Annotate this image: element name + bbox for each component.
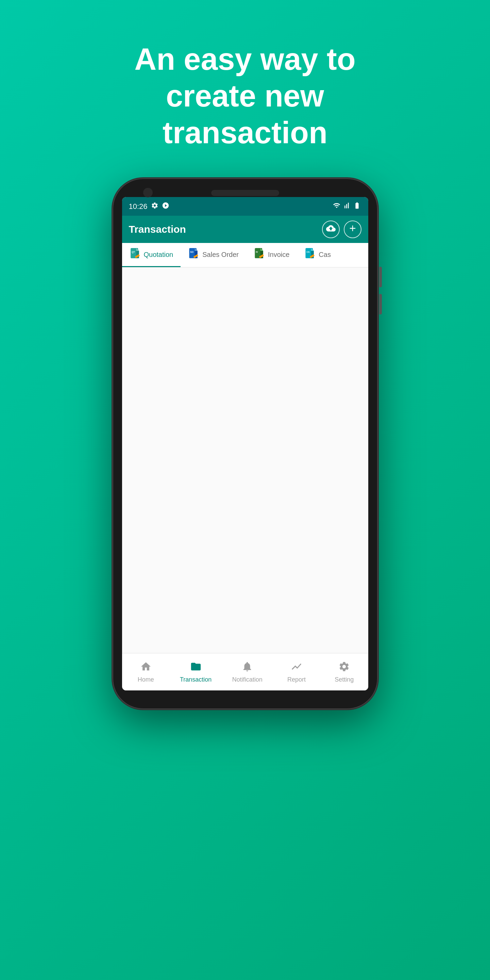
nav-transaction-label: Transaction [180,676,211,683]
battery-icon [353,202,362,211]
phone-screen: 10:26 [122,197,368,690]
signal-icon [343,202,350,211]
status-time: 10:26 [129,202,147,211]
nav-item-home[interactable]: Home [132,661,160,683]
tab-sales-order-label: Sales Order [202,251,239,259]
app-bar-actions [322,221,362,238]
volume-up-button [379,267,382,287]
add-icon [348,224,357,235]
phone-speaker [211,190,279,196]
hero-title: An easy way to create new transaction [92,41,398,151]
bottom-nav: Home Transaction Notificat [122,653,368,690]
status-bar: 10:26 [122,197,368,216]
upload-button[interactable] [322,221,340,238]
svg-text:SO: SO [190,251,193,253]
svg-text:QT: QT [132,251,135,253]
nav-item-setting[interactable]: Setting [330,661,358,683]
gear-icon [151,202,159,211]
tab-cash-sale-label: Cas [319,251,331,259]
sales-order-doc-icon: SO [188,248,200,261]
tab-quotation[interactable]: QT Quotation [122,243,181,267]
tab-invoice[interactable]: IV Invoice [246,243,297,267]
phone-camera [143,188,153,197]
app-bar: Transaction [122,216,368,243]
tab-cash-sale[interactable]: CS Cas [297,243,331,267]
tab-invoice-label: Invoice [268,251,289,259]
setting-icon [338,661,350,674]
quotation-doc-icon: QT [130,248,141,261]
hero-section: An easy way to create new transaction [92,41,398,151]
phone-shell: 10:26 [113,178,378,709]
content-area [122,267,368,653]
upload-icon [326,224,336,235]
status-left: 10:26 [129,202,169,211]
invoice-doc-icon: IV [254,248,265,261]
nav-item-transaction[interactable]: Transaction [180,661,211,683]
notification-icon [241,661,253,674]
tab-quotation-label: Quotation [144,251,173,259]
transaction-icon [190,661,201,674]
add-button[interactable] [344,221,362,238]
tabs-bar: QT Quotation SO Sales Order [122,243,368,267]
nav-setting-label: Setting [335,676,354,683]
refresh-icon [162,202,169,211]
nav-report-label: Report [287,676,306,683]
nav-home-label: Home [138,676,154,683]
nav-item-report[interactable]: Report [283,661,310,683]
svg-text:IV: IV [256,251,258,253]
report-icon [291,661,302,674]
home-icon [140,661,152,674]
cash-sale-doc-icon: CS [304,248,316,261]
svg-text:CS: CS [306,251,310,253]
app-bar-title: Transaction [129,224,186,235]
phone-mockup: 10:26 [113,178,378,709]
nav-item-notification[interactable]: Notification [232,661,263,683]
wifi-icon [333,202,340,211]
tab-sales-order[interactable]: SO Sales Order [181,243,246,267]
volume-down-button [379,294,382,314]
nav-notification-label: Notification [232,676,263,683]
status-right [333,202,362,211]
